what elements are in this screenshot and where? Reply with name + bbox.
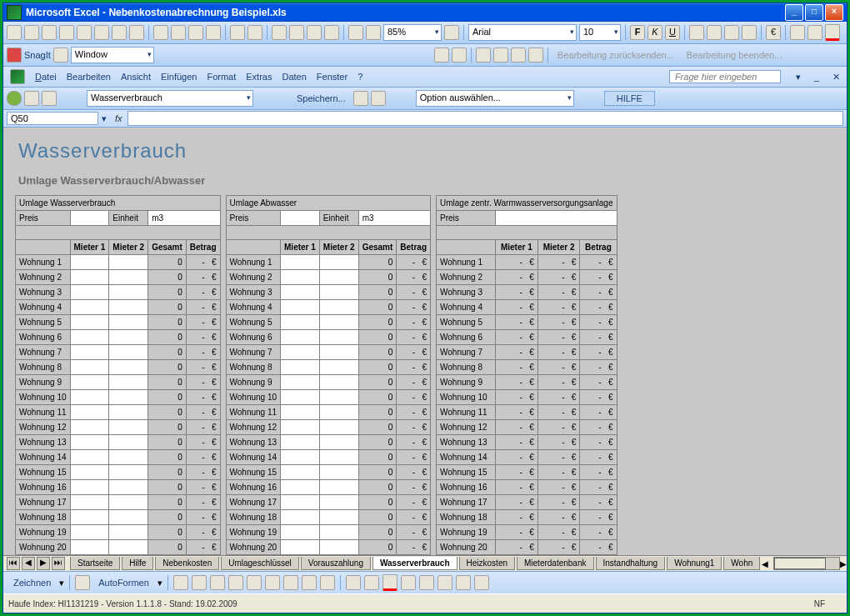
cell-mieter1[interactable] <box>70 390 109 405</box>
hilfe-button[interactable]: HILFE <box>604 91 655 106</box>
sheet-tab[interactable]: Vorauszahlung <box>301 557 371 570</box>
tab-prev-icon[interactable]: ◀ <box>22 557 35 570</box>
save-button[interactable]: Speichern... <box>292 93 351 104</box>
help-search-box[interactable]: Frage hier eingeben <box>669 70 781 83</box>
font-dropdown[interactable]: Arial <box>468 24 577 41</box>
cell-mieter2[interactable] <box>109 480 148 495</box>
sheet-tab[interactable]: Wasserverbrauch <box>372 557 458 570</box>
cell-mieter2[interactable] <box>319 420 358 435</box>
fx-icon[interactable]: fx <box>115 113 122 123</box>
einheit-value[interactable]: m3 <box>358 211 430 226</box>
mail-icon[interactable] <box>434 48 449 63</box>
zoom-dropdown[interactable]: 85% <box>383 24 442 41</box>
menu-datei[interactable]: Datei <box>35 72 57 82</box>
undo-icon[interactable] <box>230 25 245 40</box>
snagit-icon[interactable] <box>7 48 22 63</box>
snagit-capture-icon[interactable] <box>53 48 68 63</box>
cell-mieter2[interactable] <box>109 390 148 405</box>
preis-input[interactable] <box>496 211 618 226</box>
name-box[interactable]: Q50 <box>7 112 98 125</box>
cell-mieter2[interactable] <box>109 540 148 555</box>
menu-daten[interactable]: Daten <box>282 72 306 82</box>
recipients-icon[interactable] <box>452 48 467 63</box>
select-objects-icon[interactable] <box>75 575 90 590</box>
align-center-icon[interactable] <box>707 25 722 40</box>
cell-mieter2[interactable] <box>109 450 148 465</box>
cell-mieter1[interactable] <box>70 405 109 420</box>
zeichnen-menu[interactable]: Zeichnen <box>8 577 56 588</box>
shadow-icon[interactable] <box>456 575 471 590</box>
align-left-icon[interactable] <box>689 25 704 40</box>
dash-style-icon[interactable] <box>419 575 434 590</box>
horizontal-scrollbar[interactable] <box>773 557 840 570</box>
cell-mieter1[interactable] <box>281 465 320 480</box>
cell-mieter2[interactable] <box>109 405 148 420</box>
cell-mieter2[interactable] <box>109 270 148 285</box>
cell-mieter2[interactable] <box>319 270 358 285</box>
flag-icon[interactable] <box>493 48 508 63</box>
cell-mieter1[interactable] <box>70 525 109 540</box>
format-painter-icon[interactable] <box>206 25 221 40</box>
cell-mieter1[interactable] <box>281 255 320 270</box>
permission-icon[interactable] <box>59 25 74 40</box>
arrow-icon[interactable] <box>192 575 207 590</box>
cell-mieter1[interactable] <box>70 375 109 390</box>
section-dropdown[interactable]: Wasserverbrauch <box>87 90 253 107</box>
autoformen-menu[interactable]: AutoFormen <box>93 577 154 588</box>
sheet-tab[interactable]: Wohnung1 <box>667 557 722 570</box>
bold-icon[interactable]: F <box>630 25 645 40</box>
cell-mieter2[interactable] <box>319 525 358 540</box>
spelling-icon[interactable] <box>112 25 127 40</box>
maximize-button[interactable]: □ <box>805 4 823 21</box>
cell-mieter1[interactable] <box>281 315 320 330</box>
line-icon[interactable] <box>173 575 188 590</box>
cell-mieter1[interactable] <box>70 435 109 450</box>
align-right-icon[interactable] <box>724 25 739 40</box>
cell-mieter1[interactable] <box>70 450 109 465</box>
close-button[interactable]: × <box>825 4 843 21</box>
textbox-icon[interactable] <box>247 575 262 590</box>
cell-mieter1[interactable] <box>70 330 109 345</box>
cell-mieter1[interactable] <box>70 360 109 375</box>
menu-ansicht[interactable]: Ansicht <box>121 72 151 82</box>
cell-mieter2[interactable] <box>109 360 148 375</box>
minimize-button[interactable]: _ <box>785 4 803 21</box>
menu-einfuegen[interactable]: Einfügen <box>161 72 197 82</box>
borders-icon[interactable] <box>790 25 805 40</box>
cell-mieter1[interactable] <box>70 510 109 525</box>
save-icon[interactable] <box>42 25 57 40</box>
cell-mieter1[interactable] <box>281 270 320 285</box>
cell-mieter2[interactable] <box>319 510 358 525</box>
clipart-icon[interactable] <box>302 575 317 590</box>
return-editing-button[interactable]: Bearbeitung zurücksenden... <box>552 49 679 61</box>
open-icon[interactable] <box>24 25 39 40</box>
cell-mieter1[interactable] <box>281 480 320 495</box>
cell-mieter2[interactable] <box>109 315 148 330</box>
cell-mieter2[interactable] <box>319 285 358 300</box>
print-icon-2[interactable] <box>353 91 368 106</box>
cell-mieter1[interactable] <box>281 540 320 555</box>
sheet-tab[interactable]: Wohn <box>723 557 760 570</box>
sheet-tab[interactable]: Umlageschlüssel <box>221 557 299 570</box>
menu-extras[interactable]: Extras <box>246 72 272 82</box>
menu-hilfe[interactable]: ? <box>358 72 362 82</box>
cell-mieter1[interactable] <box>70 495 109 510</box>
cell-mieter1[interactable] <box>281 420 320 435</box>
preis-input[interactable] <box>281 211 320 226</box>
cell-mieter2[interactable] <box>319 480 358 495</box>
cell-mieter2[interactable] <box>319 360 358 375</box>
print-icon[interactable] <box>77 25 92 40</box>
redo-icon[interactable] <box>248 25 262 40</box>
formula-bar[interactable] <box>128 111 843 126</box>
cell-mieter2[interactable] <box>109 435 148 450</box>
cell-mieter2[interactable] <box>319 375 358 390</box>
menu-fenster[interactable]: Fenster <box>317 72 348 82</box>
cell-mieter1[interactable] <box>281 360 320 375</box>
drawing-icon[interactable] <box>366 25 381 40</box>
cell-mieter1[interactable] <box>281 330 320 345</box>
cell-mieter1[interactable] <box>70 315 109 330</box>
cell-mieter1[interactable] <box>281 375 320 390</box>
priority-icon[interactable] <box>511 48 526 63</box>
cell-mieter1[interactable] <box>70 270 109 285</box>
cell-mieter2[interactable] <box>319 345 358 360</box>
